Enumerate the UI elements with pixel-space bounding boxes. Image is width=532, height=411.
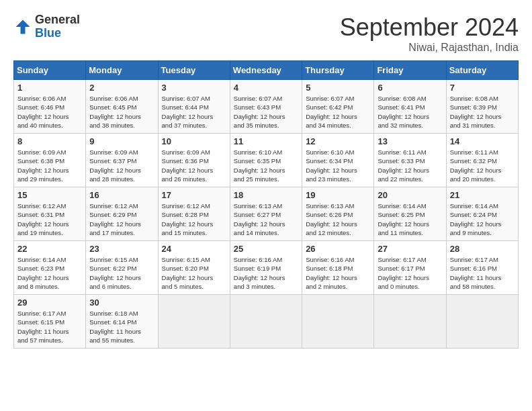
day-info: Sunrise: 6:14 AM Sunset: 6:24 PM Dayligh…	[450, 201, 515, 237]
calendar-cell: 17Sunrise: 6:12 AM Sunset: 6:28 PM Dayli…	[158, 187, 230, 241]
day-number: 17	[162, 190, 226, 200]
calendar-cell: 7Sunrise: 6:08 AM Sunset: 6:39 PM Daylig…	[446, 80, 518, 134]
day-info: Sunrise: 6:13 AM Sunset: 6:26 PM Dayligh…	[306, 201, 370, 237]
column-header-saturday: Saturday	[446, 61, 518, 80]
calendar-cell: 27Sunrise: 6:17 AM Sunset: 6:17 PM Dayli…	[374, 241, 446, 295]
day-info: Sunrise: 6:09 AM Sunset: 6:38 PM Dayligh…	[17, 148, 82, 183]
calendar-cell: 16Sunrise: 6:12 AM Sunset: 6:29 PM Dayli…	[86, 187, 158, 241]
day-number: 21	[450, 190, 515, 200]
calendar-cell: 2Sunrise: 6:06 AM Sunset: 6:45 PM Daylig…	[86, 80, 158, 134]
day-info: Sunrise: 6:07 AM Sunset: 6:42 PM Dayligh…	[306, 94, 370, 130]
day-number: 22	[17, 244, 82, 254]
day-number: 16	[89, 190, 154, 200]
calendar-cell: 19Sunrise: 6:13 AM Sunset: 6:26 PM Dayli…	[302, 187, 374, 241]
calendar-cell	[230, 295, 302, 349]
calendar-cell	[302, 295, 374, 349]
calendar-cell: 25Sunrise: 6:16 AM Sunset: 6:19 PM Dayli…	[230, 241, 302, 295]
day-number: 5	[306, 83, 370, 93]
calendar-cell: 15Sunrise: 6:12 AM Sunset: 6:31 PM Dayli…	[14, 187, 86, 241]
column-header-thursday: Thursday	[302, 61, 374, 80]
day-info: Sunrise: 6:16 AM Sunset: 6:19 PM Dayligh…	[234, 255, 298, 291]
day-number: 25	[234, 244, 298, 254]
day-info: Sunrise: 6:18 AM Sunset: 6:14 PM Dayligh…	[89, 309, 154, 345]
day-info: Sunrise: 6:15 AM Sunset: 6:20 PM Dayligh…	[162, 255, 226, 291]
day-info: Sunrise: 6:07 AM Sunset: 6:43 PM Dayligh…	[234, 94, 298, 130]
calendar-cell: 22Sunrise: 6:14 AM Sunset: 6:23 PM Dayli…	[14, 241, 86, 295]
day-number: 29	[17, 298, 82, 308]
calendar-cell: 9Sunrise: 6:09 AM Sunset: 6:37 PM Daylig…	[86, 134, 158, 187]
day-info: Sunrise: 6:12 AM Sunset: 6:29 PM Dayligh…	[89, 201, 154, 237]
day-info: Sunrise: 6:17 AM Sunset: 6:17 PM Dayligh…	[378, 255, 442, 291]
day-info: Sunrise: 6:12 AM Sunset: 6:31 PM Dayligh…	[17, 201, 82, 237]
calendar-week-2: 8Sunrise: 6:09 AM Sunset: 6:38 PM Daylig…	[14, 134, 519, 187]
svg-marker-0	[16, 19, 30, 34]
day-number: 12	[306, 136, 370, 146]
calendar-header-row: SundayMondayTuesdayWednesdayThursdayFrid…	[14, 61, 519, 80]
calendar-cell: 26Sunrise: 6:16 AM Sunset: 6:18 PM Dayli…	[302, 241, 374, 295]
column-header-tuesday: Tuesday	[158, 61, 230, 80]
calendar-week-5: 29Sunrise: 6:17 AM Sunset: 6:15 PM Dayli…	[14, 295, 519, 349]
day-number: 3	[162, 83, 226, 93]
day-info: Sunrise: 6:16 AM Sunset: 6:18 PM Dayligh…	[306, 255, 370, 291]
calendar-cell: 6Sunrise: 6:08 AM Sunset: 6:41 PM Daylig…	[374, 80, 446, 134]
day-number: 19	[306, 190, 370, 200]
column-header-sunday: Sunday	[14, 61, 86, 80]
calendar-cell: 5Sunrise: 6:07 AM Sunset: 6:42 PM Daylig…	[302, 80, 374, 134]
calendar-cell: 1Sunrise: 6:06 AM Sunset: 6:46 PM Daylig…	[14, 80, 86, 134]
calendar-cell: 20Sunrise: 6:14 AM Sunset: 6:25 PM Dayli…	[374, 187, 446, 241]
day-info: Sunrise: 6:11 AM Sunset: 6:33 PM Dayligh…	[378, 148, 442, 183]
day-number: 2	[89, 83, 154, 93]
day-info: Sunrise: 6:14 AM Sunset: 6:23 PM Dayligh…	[17, 255, 82, 291]
day-number: 6	[378, 83, 442, 93]
title-block: September 2024 Niwai, Rajasthan, India	[340, 13, 519, 54]
calendar-cell: 29Sunrise: 6:17 AM Sunset: 6:15 PM Dayli…	[14, 295, 86, 349]
day-info: Sunrise: 6:14 AM Sunset: 6:25 PM Dayligh…	[378, 201, 442, 237]
calendar-cell: 11Sunrise: 6:10 AM Sunset: 6:35 PM Dayli…	[230, 134, 302, 187]
calendar-table: SundayMondayTuesdayWednesdayThursdayFrid…	[13, 60, 519, 349]
calendar-cell: 18Sunrise: 6:13 AM Sunset: 6:27 PM Dayli…	[230, 187, 302, 241]
column-header-wednesday: Wednesday	[230, 61, 302, 80]
calendar-cell: 28Sunrise: 6:17 AM Sunset: 6:16 PM Dayli…	[446, 241, 518, 295]
day-number: 15	[17, 190, 82, 200]
day-info: Sunrise: 6:08 AM Sunset: 6:39 PM Dayligh…	[450, 94, 515, 130]
day-number: 7	[450, 83, 515, 93]
logo: General Blue	[13, 13, 80, 40]
page-header: General Blue September 2024 Niwai, Rajas…	[13, 13, 519, 54]
day-number: 26	[306, 244, 370, 254]
day-number: 20	[378, 190, 442, 200]
calendar-cell	[158, 295, 230, 349]
day-info: Sunrise: 6:09 AM Sunset: 6:37 PM Dayligh…	[89, 148, 154, 183]
calendar-week-1: 1Sunrise: 6:06 AM Sunset: 6:46 PM Daylig…	[14, 80, 519, 134]
day-number: 18	[234, 190, 298, 200]
calendar-cell: 8Sunrise: 6:09 AM Sunset: 6:38 PM Daylig…	[14, 134, 86, 187]
day-number: 14	[450, 136, 515, 146]
calendar-cell: 14Sunrise: 6:11 AM Sunset: 6:32 PM Dayli…	[446, 134, 518, 187]
logo-icon	[13, 17, 32, 36]
calendar-cell: 13Sunrise: 6:11 AM Sunset: 6:33 PM Dayli…	[374, 134, 446, 187]
calendar-cell	[374, 295, 446, 349]
location: Niwai, Rajasthan, India	[340, 42, 519, 54]
day-info: Sunrise: 6:12 AM Sunset: 6:28 PM Dayligh…	[162, 201, 226, 237]
calendar-cell: 3Sunrise: 6:07 AM Sunset: 6:44 PM Daylig…	[158, 80, 230, 134]
calendar-week-3: 15Sunrise: 6:12 AM Sunset: 6:31 PM Dayli…	[14, 187, 519, 241]
day-info: Sunrise: 6:06 AM Sunset: 6:46 PM Dayligh…	[17, 94, 82, 130]
calendar-cell: 24Sunrise: 6:15 AM Sunset: 6:20 PM Dayli…	[158, 241, 230, 295]
day-number: 9	[89, 136, 154, 146]
day-number: 28	[450, 244, 515, 254]
logo-blue: Blue	[35, 27, 80, 40]
day-number: 13	[378, 136, 442, 146]
logo-general: General	[35, 13, 80, 27]
day-number: 30	[89, 298, 154, 308]
day-info: Sunrise: 6:17 AM Sunset: 6:15 PM Dayligh…	[17, 309, 82, 345]
calendar-cell: 10Sunrise: 6:09 AM Sunset: 6:36 PM Dayli…	[158, 134, 230, 187]
day-number: 8	[17, 136, 82, 146]
day-info: Sunrise: 6:06 AM Sunset: 6:45 PM Dayligh…	[89, 94, 154, 130]
day-info: Sunrise: 6:11 AM Sunset: 6:32 PM Dayligh…	[450, 148, 515, 183]
calendar-cell: 30Sunrise: 6:18 AM Sunset: 6:14 PM Dayli…	[86, 295, 158, 349]
day-info: Sunrise: 6:08 AM Sunset: 6:41 PM Dayligh…	[378, 94, 442, 130]
day-number: 24	[162, 244, 226, 254]
day-number: 27	[378, 244, 442, 254]
day-info: Sunrise: 6:09 AM Sunset: 6:36 PM Dayligh…	[162, 148, 226, 183]
day-number: 11	[234, 136, 298, 146]
day-info: Sunrise: 6:17 AM Sunset: 6:16 PM Dayligh…	[450, 255, 515, 291]
